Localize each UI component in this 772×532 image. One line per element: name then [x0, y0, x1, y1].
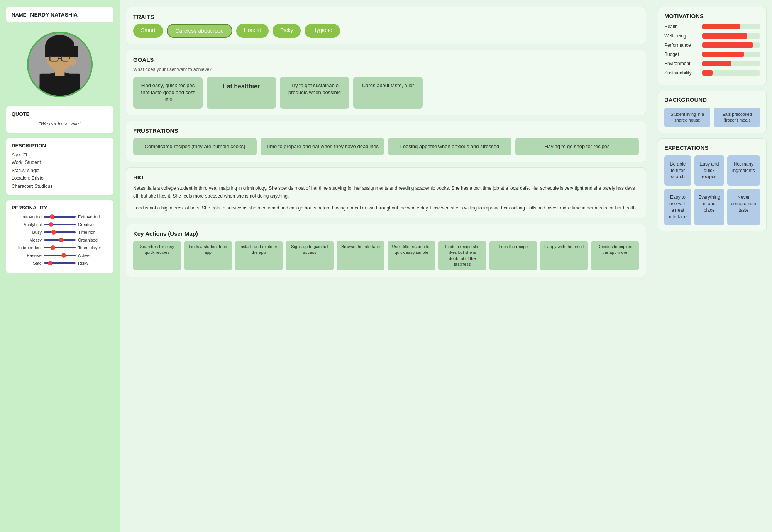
- motivation-row: Sustainability: [664, 70, 760, 76]
- trait-chip: Smart: [133, 24, 163, 38]
- personality-label-left: Safe: [12, 261, 42, 265]
- motivation-row: Performance: [664, 42, 760, 48]
- motivation-row: Environment: [664, 61, 760, 66]
- slider-thumb: [51, 230, 56, 235]
- motivation-bar-fill: [702, 61, 731, 66]
- name-card: NAME NERDY NATASHIA: [6, 7, 113, 22]
- slider-track: [44, 255, 76, 256]
- personality-label-right: Creative: [78, 222, 108, 227]
- motivation-label: Budget: [664, 52, 699, 57]
- trait-chip: Careless about food: [167, 24, 232, 38]
- traits-row: SmartCareless about foodHonestPickyHygie…: [133, 24, 639, 38]
- trait-chip: Hygiene: [305, 24, 340, 38]
- bio-title: BIO: [133, 174, 639, 181]
- user-map-item: Tries the recipe: [489, 241, 537, 271]
- motivation-bar-bg: [702, 52, 760, 57]
- avatar: [27, 32, 93, 97]
- description-card: DESCRIPTION Age: 21 Work: Student Status…: [6, 138, 113, 195]
- desc-line-1: Age: 21: [12, 151, 108, 159]
- frustrations-section: FRUSTRATIONS Complicated recipes (they a…: [126, 121, 646, 162]
- expectation-item: Easy to use with a neat interface: [664, 189, 691, 225]
- personality-label-left: Analytical: [12, 222, 42, 227]
- motivation-label: Health: [664, 24, 699, 29]
- traits-title: TRAITS: [133, 14, 639, 20]
- motivation-bar-fill: [702, 42, 753, 48]
- slider-thumb: [61, 253, 66, 258]
- user-map-item: Searches for easy quick recipes: [133, 241, 181, 271]
- motivation-row: Budget: [664, 52, 760, 57]
- expectation-item: Be able to filter search: [664, 155, 691, 186]
- expectations-title: EXPECTATIONS: [664, 144, 760, 151]
- motivation-label: Performance: [664, 42, 699, 48]
- slider-thumb: [51, 245, 55, 250]
- personality-rows: Introverted Extroverted Analytical Creat…: [12, 214, 108, 265]
- goal-card: Cares about taste, a lot: [353, 77, 423, 109]
- name-label: NAME: [12, 12, 26, 18]
- goal-card: Try to get sustainable products when pos…: [280, 77, 349, 109]
- motivation-row: Health: [664, 24, 760, 29]
- slider-track: [44, 262, 76, 264]
- personality-label-left: Passive: [12, 253, 42, 258]
- motivation-label: Sustainability: [664, 70, 699, 76]
- motivation-bar-fill: [702, 52, 744, 57]
- motivation-bar-fill: [702, 70, 713, 76]
- slider-thumb: [48, 261, 52, 265]
- desc-line-4: Location: Bristol: [12, 174, 108, 182]
- personality-label-left: Busy: [12, 230, 42, 235]
- motivation-bar-fill: [702, 33, 747, 39]
- background-items: Student living in a shared houseEats pre…: [664, 108, 760, 127]
- expectation-item: Everything in one place: [694, 189, 724, 225]
- frustration-card: Having to go shop for recipes: [515, 138, 639, 155]
- expectations-card: EXPECTATIONS Be able to filter searchEas…: [658, 138, 767, 231]
- personality-row: Busy Time rich: [12, 230, 108, 235]
- right-panel: MOTIVATIONS Health Well-being Performanc…: [652, 0, 772, 532]
- slider-track: [44, 224, 76, 225]
- name-value: NERDY NATASHIA: [30, 12, 78, 18]
- user-map-title: Key Actions (User Map): [133, 230, 639, 237]
- svg-rect-3: [45, 46, 78, 57]
- slider-track: [44, 216, 76, 218]
- goals-row: Find easy, quick recipes that taste good…: [133, 77, 639, 109]
- goals-title: GOALS: [133, 56, 639, 63]
- quote-title: QUOTE: [12, 111, 108, 117]
- svg-point-10: [68, 58, 76, 66]
- slider-track: [44, 247, 76, 248]
- personality-row: Safe Risky: [12, 261, 108, 265]
- motivation-label: Well-being: [664, 33, 699, 39]
- slider-thumb: [49, 222, 53, 227]
- user-map-item: Uses filter search for quick easy simple: [388, 241, 435, 271]
- slider-track: [44, 239, 76, 241]
- background-title: BACKGROUND: [664, 96, 760, 103]
- motivation-bar-bg: [702, 24, 760, 29]
- quote-text: "We eat to survive": [12, 119, 108, 128]
- background-card: BACKGROUND Student living in a shared ho…: [658, 91, 767, 133]
- desc-line-5: Character: Studious: [12, 182, 108, 190]
- quote-card: QUOTE "We eat to survive": [6, 106, 113, 133]
- personality-row: Introverted Extroverted: [12, 214, 108, 219]
- expectations-grid: Be able to filter searchEasy and quick r…: [664, 155, 760, 226]
- motivation-row: Well-being: [664, 33, 760, 39]
- left-panel: NAME NERDY NATASHIA: [0, 0, 120, 532]
- user-map-item: Finds a student food app: [184, 241, 232, 271]
- motivations-title: MOTIVATIONS: [664, 13, 760, 19]
- background-item: Eats precooked (frozen) meals: [714, 108, 760, 127]
- motivations-card: MOTIVATIONS Health Well-being Performanc…: [658, 7, 767, 85]
- personality-row: Passive Active: [12, 253, 108, 258]
- personality-label-right: Active: [78, 253, 108, 258]
- personality-label-left: Independent: [12, 245, 42, 250]
- svg-rect-8: [40, 74, 80, 96]
- description-text: Age: 21 Work: Student Status: single Loc…: [12, 151, 108, 190]
- frustration-card: Complicated recipes (they are humble coo…: [133, 138, 257, 155]
- bio-text: Natashia is a college student in third y…: [133, 184, 639, 212]
- goal-card: Find easy, quick recipes that taste good…: [133, 77, 203, 109]
- personality-title: PERSONALITY: [12, 205, 108, 211]
- user-map-row: Searches for easy quick recipesFinds a s…: [133, 241, 639, 271]
- bio-section: BIO Natashia is a college student in thi…: [126, 167, 646, 218]
- user-map-item: Signs up to gain full access: [286, 241, 334, 271]
- bio-paragraph: Food is not a big interest of hers. She …: [133, 204, 639, 212]
- frustration-card: Loosing appetite when anxious and stress…: [388, 138, 511, 155]
- user-map-section: Key Actions (User Map) Searches for easy…: [126, 224, 646, 277]
- motivation-bar-bg: [702, 33, 760, 39]
- desc-line-2: Work: Student: [12, 159, 108, 166]
- frustration-card: Time to prepare and eat when they have d…: [261, 138, 384, 155]
